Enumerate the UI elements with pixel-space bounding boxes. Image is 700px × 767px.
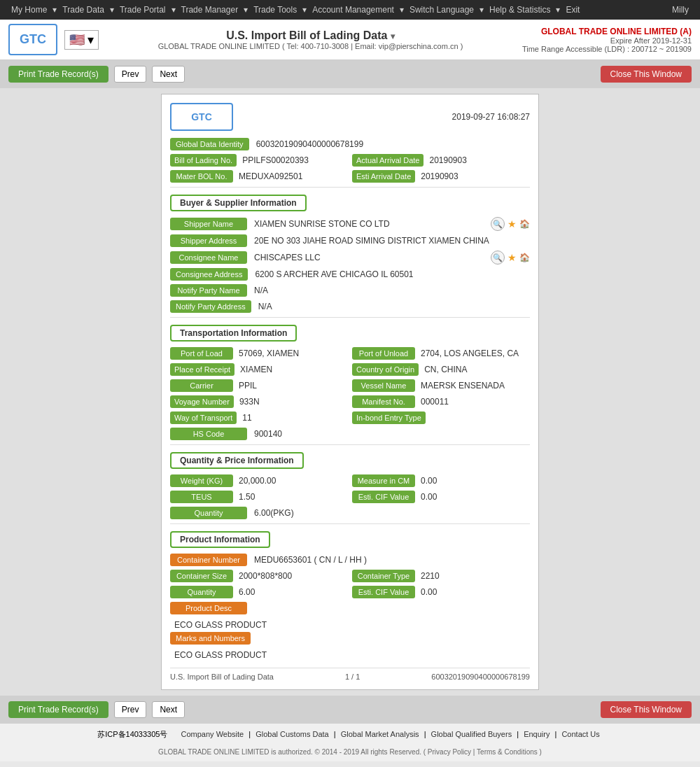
voyage-number-label: Voyage Number <box>170 395 234 408</box>
notify-party-name-value: N/A <box>251 284 530 297</box>
bottom-action-bar: Print Trade Record(s) Prev Next Close Th… <box>0 696 700 724</box>
product-desc-value: ECO GLASS PRODUCT <box>170 618 530 632</box>
company-name: GLOBAL TRADE ONLINE LIMITED (A) <box>522 27 692 36</box>
bottom-action-left: Print Trade Record(s) Prev Next <box>8 701 185 718</box>
weight-value: 20,000.00 <box>236 474 348 487</box>
footer-link-enquiry[interactable]: Enquiry <box>524 730 550 738</box>
nav-account-management[interactable]: Account Management <box>307 0 400 20</box>
carrier-label: Carrier <box>170 379 233 392</box>
bol-no-value: PPILFS00020393 <box>239 154 348 167</box>
in-bond-entry-value <box>428 416 530 419</box>
footer-link-global-customs[interactable]: Global Customs Data <box>255 730 329 738</box>
esti-cif-value: 0.00 <box>418 491 530 503</box>
consignee-search-icon[interactable]: 🔍 <box>491 251 505 265</box>
search-icon[interactable]: 🔍 <box>491 217 505 231</box>
carrier-value: PPIL <box>236 379 348 392</box>
notify-party-address-value: N/A <box>255 300 530 313</box>
place-receipt-value: XIAMEN <box>237 363 348 376</box>
nav-trade-data[interactable]: Trade Data <box>57 0 110 20</box>
nav-trade-portal[interactable]: Trade Portal <box>114 0 172 20</box>
header-logo-area: GTC 🇺🇸 ▾ <box>8 24 99 55</box>
footer-link-contact-us[interactable]: Contact Us <box>561 730 599 738</box>
hs-code-row: HS Code 900140 <box>170 428 530 440</box>
consignee-name-row: Consignee Name CHISCAPES LLC 🔍 ★ 🏠 <box>170 251 530 265</box>
voyage-number-value: 933N <box>237 395 348 408</box>
mater-bol-value: MEDUXA092501 <box>236 170 348 183</box>
buyer-supplier-section-header: Buyer & Supplier Information <box>170 195 307 211</box>
notify-party-address-row: Notify Party Address N/A <box>170 300 530 313</box>
port-unload-value: 2704, LOS ANGELES, CA <box>418 347 530 360</box>
esti-cif-item: Esti. CIF Value 0.00 <box>352 491 530 503</box>
consignee-home-icon[interactable]: 🏠 <box>519 253 530 262</box>
container-number-label: Container Number <box>170 554 247 566</box>
footer-link-global-market[interactable]: Global Market Analysis <box>341 730 419 738</box>
nav-trade-tools[interactable]: Trade Tools <box>248 0 302 20</box>
container-size-label: Container Size <box>170 570 233 582</box>
country-origin-label: Country of Origin <box>352 363 419 376</box>
place-receipt-label: Place of Receipt <box>170 363 234 376</box>
global-data-identity-label: Global Data Identity <box>170 138 249 150</box>
weight-item: Weight (KG) 20,000.00 <box>170 474 348 487</box>
place-receipt-item: Place of Receipt XIAMEN <box>170 363 348 376</box>
consignee-star-icon[interactable]: ★ <box>507 252 517 263</box>
vessel-name-value: MAERSK ENSENADA <box>418 379 530 392</box>
nav-help-statistics[interactable]: Help & Statistics <box>484 0 556 20</box>
port-load-item: Port of Load 57069, XIAMEN <box>170 347 348 360</box>
shipper-address-row: Shipper Address 20E NO 303 JIAHE ROAD SI… <box>170 234 530 247</box>
shipper-address-label: Shipper Address <box>170 234 247 247</box>
teus-cif-row: TEUS 1.50 Esti. CIF Value 0.00 <box>170 491 530 503</box>
nav-my-home[interactable]: My Home <box>6 0 52 20</box>
actual-arrival-label: Actual Arrival Date <box>352 154 424 167</box>
quantity-row: Quantity 6.00(PKG) <box>170 507 530 519</box>
notify-party-name-label: Notify Party Name <box>170 284 247 297</box>
footer-link-company-website[interactable]: Company Website <box>181 730 244 738</box>
header-subtitle: GLOBAL TRADE ONLINE LIMITED ( Tel: 400-7… <box>99 42 522 50</box>
page-title: U.S. Import Bill of Lading Data ▾ <box>99 29 522 42</box>
print-button-bottom[interactable]: Print Trade Record(s) <box>8 701 108 718</box>
measure-cm-value: 0.00 <box>418 474 530 487</box>
top-navigation: My Home ▾ Trade Data ▾ Trade Portal ▾ Tr… <box>0 0 700 20</box>
country-origin-value: CN, CHINA <box>421 363 530 376</box>
shipper-name-icons: 🔍 ★ 🏠 <box>491 217 530 231</box>
footer-links-area: 苏ICP备14033305号 Company Website | Global … <box>0 724 700 745</box>
weight-label: Weight (KG) <box>170 474 233 487</box>
consignee-name-value: CHISCAPES LLC <box>251 251 484 264</box>
print-button-top[interactable]: Print Trade Record(s) <box>8 66 108 83</box>
quantity-price-section-header: Quantity & Price Information <box>170 452 304 469</box>
esti-cif2-label: Esti. CIF Value <box>352 586 415 598</box>
mater-bol-esti-row: Mater BOL No. MEDUXA092501 Esti Arrival … <box>170 170 530 183</box>
mater-bol-label: Mater BOL No. <box>170 170 233 183</box>
nav-items-left: My Home ▾ Trade Data ▾ Trade Portal ▾ Tr… <box>6 0 585 20</box>
nav-switch-language[interactable]: Switch Language <box>404 0 479 20</box>
container-type-value: 2210 <box>418 570 530 582</box>
quantity2-value: 6.00 <box>236 586 348 598</box>
nav-exit[interactable]: Exit <box>560 0 585 20</box>
close-button-bottom[interactable]: Close This Window <box>601 701 692 718</box>
action-bar-left: Print Trade Record(s) Prev Next <box>8 66 185 83</box>
vessel-name-label: Vessel Name <box>352 379 415 392</box>
top-action-bar: Print Trade Record(s) Prev Next Close Th… <box>0 60 700 88</box>
record-footer-right: 60032019090400000678199 <box>431 673 530 681</box>
container-type-item: Container Type 2210 <box>352 570 530 582</box>
close-button-top[interactable]: Close This Window <box>601 66 692 83</box>
country-origin-item: Country of Origin CN, CHINA <box>352 363 530 376</box>
prev-button-top[interactable]: Prev <box>114 66 147 83</box>
consignee-address-label: Consignee Address <box>170 268 248 281</box>
bol-no-item: Bill of Lading No. PPILFS00020393 <box>170 154 348 167</box>
in-bond-entry-item: In-bond Entry Type <box>352 411 530 424</box>
home-icon[interactable]: 🏠 <box>519 219 530 229</box>
footer-icp: 苏ICP备14033305号 <box>97 730 167 738</box>
footer-copyright: GLOBAL TRADE ONLINE LIMITED is authorize… <box>0 745 700 761</box>
global-data-identity-value: 60032019090400000678199 <box>253 138 530 150</box>
next-button-top[interactable]: Next <box>152 66 185 83</box>
nav-trade-manager[interactable]: Trade Manager <box>176 0 244 20</box>
vessel-name-item: Vessel Name MAERSK ENSENADA <box>352 379 530 392</box>
prev-button-bottom[interactable]: Prev <box>114 701 147 718</box>
voyage-number-item: Voyage Number 933N <box>170 395 348 408</box>
record-footer-center: 1 / 1 <box>345 673 360 681</box>
esti-cif2-value: 0.00 <box>418 586 530 598</box>
star-icon[interactable]: ★ <box>507 218 517 230</box>
flag-selector[interactable]: 🇺🇸 ▾ <box>64 30 99 50</box>
footer-link-global-qualified[interactable]: Global Qualified Buyers <box>431 730 512 738</box>
next-button-bottom[interactable]: Next <box>152 701 185 718</box>
